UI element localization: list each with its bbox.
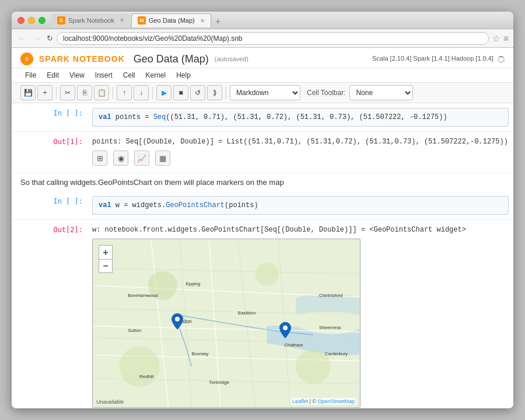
notebook-version: Scala [2.10.4] Spark [1.4.1] Hadoop [1.0…	[372, 55, 505, 62]
tab-spark-label: Spark Notebook	[68, 17, 114, 24]
pie-view-button[interactable]: ◉	[113, 150, 128, 166]
cell-type-select[interactable]: Markdown Code Raw NBConvert	[230, 85, 300, 100]
notebook-logo: S	[20, 52, 33, 65]
tab-close-geo[interactable]: ✕	[200, 18, 205, 24]
menu-bar: File Edit View Insert Cell Kernel Help	[12, 68, 513, 83]
svg-text:Tonbridge: Tonbridge	[209, 380, 229, 385]
map-unavailable-text: Unavailable	[96, 399, 124, 405]
line-view-button[interactable]: 📈	[134, 150, 149, 166]
tab-geo-data[interactable]: M Geo Data (Map) ✕	[131, 13, 211, 27]
brand-notebook: NOTEBOOK	[70, 54, 125, 64]
menu-file[interactable]: File	[20, 69, 41, 81]
tabs-bar: S Spark Notebook ✕ M Geo Data (Map) ✕ +	[51, 13, 478, 27]
browser-menu-button[interactable]: ≡	[503, 33, 509, 43]
run-button[interactable]: ▶	[156, 85, 172, 100]
menu-insert[interactable]: Insert	[90, 69, 117, 81]
cut-button[interactable]: ✂	[60, 85, 75, 100]
cell-toolbar-select[interactable]: None Edit Metadata	[349, 85, 413, 100]
cell-1-out-label: Out[1]:	[12, 134, 88, 170]
tab-spark-notebook[interactable]: S Spark Notebook ✕	[51, 13, 130, 27]
address-bar: ← → ↻ ☆ ≡	[12, 29, 513, 48]
cell-1-in-label: In [ ]:	[12, 106, 88, 129]
stop-button[interactable]: ■	[173, 85, 188, 100]
move-down-button[interactable]: ↓	[134, 85, 149, 100]
text-cell-1: So that calling widgets.GeoPointsChart o…	[12, 173, 513, 191]
map-widget: London Chelmsford Chatham Basildon Boreh…	[92, 239, 360, 408]
tab-close-spark[interactable]: ✕	[120, 17, 124, 23]
notebook-title: Geo Data (Map)	[134, 53, 209, 65]
cell-1-output: Out[1]: points: Seq[(Double, Double)] = …	[12, 132, 513, 173]
copy-button[interactable]: ⎘	[77, 85, 92, 100]
zoom-in-button[interactable]: +	[99, 245, 113, 259]
marker-kent	[285, 338, 297, 356]
svg-point-15	[256, 262, 279, 286]
toolbar-separator-4	[226, 87, 226, 99]
cell-2-in-label: In [ ]:	[12, 194, 88, 217]
svg-text:Chelmsford: Chelmsford	[319, 293, 343, 298]
back-button[interactable]: ←	[16, 34, 28, 43]
menu-help[interactable]: Help	[172, 69, 195, 81]
bar-view-button[interactable]: ▦	[155, 150, 170, 166]
paste-button[interactable]: 📋	[94, 85, 109, 100]
zoom-out-button[interactable]: −	[99, 259, 113, 273]
svg-text:Sutton: Sutton	[128, 328, 141, 333]
browser-window: S Spark Notebook ✕ M Geo Data (Map) ✕ + …	[12, 12, 513, 408]
cell-1-code[interactable]: val points = Seq((51.31, 0.71), (51.31, …	[92, 108, 509, 127]
cell-2: In [ ]: val w = widgets.GeoPointsChart(p…	[12, 191, 513, 220]
table-view-button[interactable]: ⊞	[92, 150, 107, 166]
menu-cell[interactable]: Cell	[118, 69, 140, 81]
marker-london	[177, 330, 189, 348]
cell-1-output-text: points: Seq[(Double, Double)] = List((51…	[92, 136, 509, 147]
svg-text:Basildon: Basildon	[238, 310, 256, 316]
cell-2-code[interactable]: val w = widgets.GeoPointsChart(points)	[92, 196, 509, 215]
svg-point-31	[283, 326, 288, 330]
move-up-button[interactable]: ↑	[117, 85, 132, 100]
menu-kernel[interactable]: Kernel	[141, 69, 171, 81]
notebook-content: In [ ]: val points = Seq((51.31, 0.71), …	[12, 103, 513, 408]
bookmark-button[interactable]: ☆	[492, 33, 500, 44]
url-bar[interactable]	[57, 32, 489, 45]
cell-1-output-content: points: Seq[(Double, Double)] = List((51…	[88, 134, 513, 170]
cell-1: In [ ]: val points = Seq((51.31, 0.71), …	[12, 103, 513, 132]
add-cell-button[interactable]: +	[37, 85, 52, 100]
menu-view[interactable]: View	[65, 69, 89, 81]
save-button[interactable]: 💾	[20, 85, 36, 100]
kernel-spinner-icon	[498, 56, 505, 63]
cell-2-out-label: Out[2]:	[12, 222, 88, 408]
menu-edit[interactable]: Edit	[42, 69, 64, 81]
toolbar-separator-2	[113, 87, 113, 99]
svg-text:Borehamwood: Borehamwood	[128, 293, 158, 298]
svg-text:Canterbury: Canterbury	[325, 351, 348, 356]
cell-1-content: val points = Seq((51.31, 0.71), (51.31, …	[88, 106, 513, 129]
restart-button[interactable]: ↺	[190, 85, 205, 100]
svg-text:Epping: Epping	[186, 281, 200, 286]
cell-2-output-text: w: notebook.front.widgets.GeoPointsChart…	[92, 225, 509, 235]
notebook-brand: SpaRK NOTEBOOK	[39, 54, 125, 64]
notebook-autosaved: (autosaved)	[215, 55, 249, 62]
toolbar-separator-1	[56, 87, 57, 99]
maximize-button[interactable]	[38, 17, 46, 24]
map-attribution: Leaflet | © OpenStreetMap	[290, 398, 356, 405]
cell-2-output-content: w: notebook.front.widgets.GeoPointsChart…	[88, 222, 513, 408]
new-tab-button[interactable]: +	[212, 16, 224, 27]
minimize-button[interactable]	[28, 17, 35, 24]
cell-2-output: Out[2]: w: notebook.front.widgets.GeoPoi…	[12, 220, 513, 408]
output-icons-1: ⊞ ◉ 📈 ▦	[92, 147, 509, 168]
refresh-button[interactable]: ↻	[47, 34, 53, 43]
toolbar: 💾 + ✂ ⎘ 📋 ↑ ↓ ▶ ■ ↺ ⟫ Markdown Code Raw …	[12, 83, 513, 103]
map-background: London Chelmsford Chatham Basildon Boreh…	[93, 239, 360, 407]
text-cell-content: So that calling widgets.GeoPointsChart o…	[20, 178, 284, 187]
svg-text:Sheerness: Sheerness	[319, 325, 341, 330]
restart-run-button[interactable]: ⟫	[207, 85, 222, 100]
leaflet-link[interactable]: Leaflet	[292, 398, 308, 404]
svg-point-30	[175, 317, 180, 321]
notebook-header: S SpaRK NOTEBOOK Geo Data (Map) (autosav…	[12, 48, 513, 68]
title-bar: S Spark Notebook ✕ M Geo Data (Map) ✕ +	[12, 12, 513, 29]
cell-toolbar-label: Cell Toolbar:	[307, 89, 345, 97]
forward-button[interactable]: →	[32, 34, 43, 43]
svg-text:Redhill: Redhill	[139, 374, 154, 379]
close-button[interactable]	[18, 17, 24, 24]
brand-spark: SpaRK	[39, 54, 70, 64]
tab-geo-label: Geo Data (Map)	[149, 17, 195, 24]
osm-link[interactable]: OpenStreetMap	[317, 398, 355, 404]
